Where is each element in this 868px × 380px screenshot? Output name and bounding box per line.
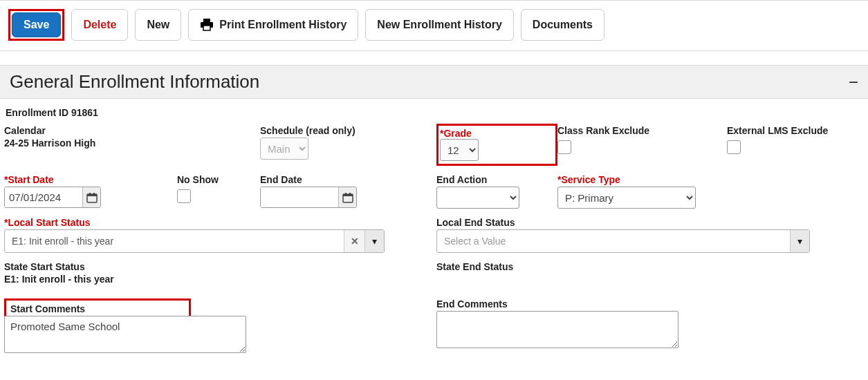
grade-highlight: *Grade 12: [436, 124, 557, 166]
local-start-status-caret[interactable]: ▾: [364, 230, 384, 252]
save-highlight: Save: [8, 9, 64, 41]
start-comments-textarea[interactable]: [4, 316, 246, 353]
end-date-picker-button[interactable]: [338, 187, 356, 207]
print-button-label: Print Enrollment History: [219, 19, 347, 31]
chevron-down-icon: ▾: [372, 236, 377, 247]
start-date-field: [4, 187, 101, 208]
service-type-label: *Service Type: [557, 174, 864, 185]
documents-button[interactable]: Documents: [521, 9, 604, 41]
external-lms-exclude-checkbox[interactable]: [727, 140, 741, 154]
svg-rect-10: [349, 193, 351, 195]
local-end-status-label: Local End Status: [436, 217, 838, 228]
start-date-picker-button[interactable]: [82, 187, 100, 207]
local-start-status-value: E1: Init enroll - this year: [5, 230, 344, 252]
end-date-field: [260, 187, 357, 208]
svg-rect-2: [203, 26, 210, 30]
enrollment-id: Enrollment ID 91861: [6, 107, 864, 118]
delete-button[interactable]: Delete: [71, 9, 128, 41]
save-button[interactable]: Save: [12, 12, 61, 37]
service-type-select[interactable]: P: Primary: [557, 187, 696, 209]
svg-rect-0: [203, 19, 210, 22]
local-end-status-placeholder: Select a Value: [437, 230, 790, 252]
svg-rect-5: [89, 193, 91, 195]
start-comments-highlight: Start Comments: [4, 298, 191, 318]
start-comments-label: Start Comments: [10, 303, 85, 314]
new-button[interactable]: New: [135, 9, 181, 41]
state-end-status-label: State End Status: [436, 261, 838, 272]
grade-label: *Grade: [440, 128, 472, 139]
section-content: Enrollment ID 91861 Calendar 24-25 Harri…: [0, 99, 868, 370]
end-action-select[interactable]: [436, 187, 519, 209]
local-end-status-caret[interactable]: ▾: [790, 230, 809, 252]
calendar-label: Calendar: [4, 125, 260, 136]
end-action-label: End Action: [436, 174, 557, 185]
section-title: General Enrollment Information: [10, 71, 259, 93]
svg-rect-6: [93, 193, 95, 195]
local-start-status-label: *Local Start Status: [4, 217, 436, 228]
svg-rect-4: [87, 194, 97, 196]
state-start-status-label: State Start Status: [4, 261, 436, 272]
local-end-status-combo[interactable]: Select a Value ▾: [436, 229, 810, 253]
local-start-status-combo[interactable]: E1: Init enroll - this year ✕ ▾: [4, 229, 385, 253]
calendar-icon: [342, 192, 353, 203]
print-enrollment-history-button[interactable]: Print Enrollment History: [188, 9, 358, 41]
chevron-down-icon: ▾: [797, 236, 802, 247]
start-date-label: *Start Date: [4, 174, 177, 185]
toolbar: Save Delete New Print Enrollment History…: [0, 0, 868, 51]
end-date-input[interactable]: [261, 187, 338, 207]
state-start-status-value: E1: Init enroll - this year: [4, 274, 436, 285]
enrollment-id-value: 91861: [71, 107, 98, 118]
grade-select[interactable]: 12: [440, 139, 479, 161]
end-comments-label: End Comments: [436, 298, 838, 310]
collapse-icon[interactable]: −: [849, 74, 858, 91]
calendar-icon: [86, 192, 98, 203]
local-start-status-clear[interactable]: ✕: [344, 230, 364, 252]
calendar-value: 24-25 Harrison High: [4, 137, 260, 149]
new-enrollment-history-button[interactable]: New Enrollment History: [365, 9, 513, 41]
end-comments-textarea[interactable]: [436, 311, 678, 348]
schedule-label: Schedule (read only): [260, 125, 436, 136]
external-lms-exclude-label: External LMS Exclude: [727, 125, 864, 136]
enrollment-id-label: Enrollment ID: [6, 107, 68, 118]
end-date-label: End Date: [260, 174, 436, 185]
close-icon: ✕: [351, 236, 359, 247]
schedule-select: Main: [260, 137, 308, 160]
section-header: General Enrollment Information −: [0, 65, 868, 99]
printer-icon: [200, 19, 214, 31]
no-show-checkbox[interactable]: [177, 189, 191, 203]
class-rank-exclude-label: Class Rank Exclude: [557, 125, 727, 136]
class-rank-exclude-checkbox[interactable]: [557, 140, 571, 154]
start-date-input[interactable]: [5, 187, 82, 207]
no-show-label: No Show: [177, 174, 260, 185]
svg-rect-8: [343, 194, 353, 196]
svg-rect-9: [345, 193, 347, 195]
